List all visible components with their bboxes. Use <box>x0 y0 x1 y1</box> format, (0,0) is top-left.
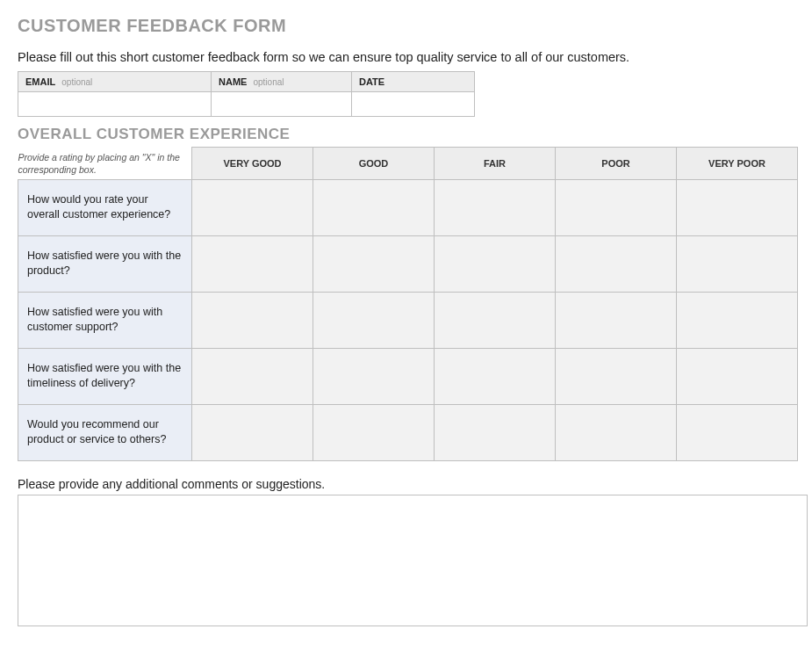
rating-cell[interactable] <box>313 256 434 271</box>
rating-table: Provide a rating by placing an "X" in th… <box>18 147 798 461</box>
comments-textarea[interactable] <box>18 495 808 626</box>
rating-question: How would you rate your overall customer… <box>18 179 192 235</box>
rating-question: How satisfied were you with the product? <box>18 235 192 292</box>
date-input[interactable] <box>352 92 474 116</box>
rating-question: How satisfied were you with customer sup… <box>18 292 192 348</box>
rating-col-fair: FAIR <box>435 148 556 180</box>
info-header-name-optional: optional <box>253 77 284 87</box>
rating-cell[interactable] <box>435 312 555 328</box>
rating-cell[interactable] <box>192 368 313 384</box>
rating-cell[interactable] <box>677 312 797 328</box>
email-input[interactable] <box>18 92 211 116</box>
rating-cell[interactable] <box>556 199 676 215</box>
rating-cell[interactable] <box>313 312 434 328</box>
rating-cell[interactable] <box>435 199 555 215</box>
rating-cell[interactable] <box>677 368 797 384</box>
info-header-date-label: DATE <box>359 76 384 87</box>
section-title: OVERALL CUSTOMER EXPERIENCE <box>18 126 794 143</box>
rating-cell[interactable] <box>435 368 555 384</box>
info-header-email-label: EMAIL <box>25 76 55 87</box>
rating-cell[interactable] <box>556 256 676 271</box>
info-header-email-optional: optional <box>61 77 92 87</box>
rating-cell[interactable] <box>313 199 434 215</box>
info-header-date: DATE <box>352 72 475 92</box>
rating-col-verypoor: VERY POOR <box>677 148 798 180</box>
rating-cell[interactable] <box>435 424 555 440</box>
rating-cell[interactable] <box>313 368 434 384</box>
rating-cell[interactable] <box>556 424 676 440</box>
rating-col-good: GOOD <box>313 148 435 180</box>
rating-cell[interactable] <box>677 256 797 271</box>
rating-question: Would you recommend our product or servi… <box>18 404 192 460</box>
name-input[interactable] <box>212 92 351 116</box>
rating-instructions: Provide a rating by placing an "X" in th… <box>18 151 187 176</box>
rating-cell[interactable] <box>313 424 434 440</box>
info-table: EMAIL optional NAME optional DATE <box>18 71 475 117</box>
rating-cell[interactable] <box>192 312 313 328</box>
intro-text: Please fill out this short customer feed… <box>18 50 794 64</box>
info-header-name-label: NAME <box>219 76 247 87</box>
rating-question: How satisfied were you with the timeline… <box>18 348 192 404</box>
rating-cell[interactable] <box>556 368 676 384</box>
info-header-email: EMAIL optional <box>18 72 212 92</box>
page-title: CUSTOMER FEEDBACK FORM <box>18 16 794 36</box>
rating-col-verygood: VERY GOOD <box>192 148 313 180</box>
comments-label: Please provide any additional comments o… <box>18 477 794 491</box>
rating-cell[interactable] <box>192 199 313 215</box>
rating-cell[interactable] <box>192 256 313 271</box>
rating-cell[interactable] <box>435 256 555 271</box>
rating-cell[interactable] <box>192 424 313 440</box>
rating-cell[interactable] <box>556 312 676 328</box>
rating-cell[interactable] <box>677 199 797 215</box>
info-header-name: NAME optional <box>212 72 352 92</box>
rating-col-poor: POOR <box>556 148 677 180</box>
rating-cell[interactable] <box>677 424 797 440</box>
